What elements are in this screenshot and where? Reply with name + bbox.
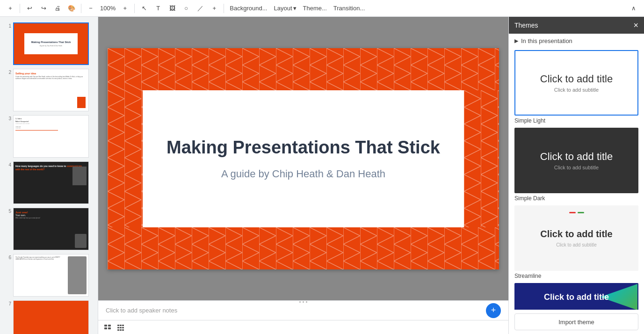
svg-rect-11 [108, 325, 111, 327]
slide-item-3[interactable]: 3 1. Intro Make it Unexpected Lorem ipsu… [0, 113, 98, 160]
svg-rect-17 [117, 327, 119, 328]
notes-drag-handle[interactable] [294, 301, 313, 303]
themes-section-header[interactable]: ▶ In this presentation [509, 34, 644, 48]
insert-button[interactable]: + [208, 2, 221, 15]
slide-canvas: Making Presentations That Stick A guide … [108, 48, 499, 269]
streamline-dot-green [578, 212, 584, 213]
undo-button[interactable]: ↩ [23, 2, 36, 15]
editor-area: Making Presentations That Stick A guide … [98, 17, 508, 334]
shape-button[interactable]: ○ [180, 2, 193, 15]
redo-button[interactable]: ↪ [37, 2, 50, 15]
theme-preview-streamline[interactable]: Click to add title Click to add subtitle [514, 205, 638, 271]
image-button[interactable]: 🖼 [166, 2, 179, 15]
print-button[interactable]: 🖨 [51, 2, 64, 15]
theme-name-streamline: Streamline [514, 273, 638, 279]
slide-list-view-button[interactable] [102, 323, 113, 332]
toolbar-divider-2 [81, 4, 81, 13]
slide-canvas-area[interactable]: Making Presentations That Stick A guide … [98, 17, 508, 300]
svg-rect-18 [120, 327, 122, 328]
theme-title-simple-dark: Click to add title [540, 151, 613, 163]
right-pattern-svg [464, 90, 499, 227]
themes-header: Themes × [509, 17, 644, 34]
zoom-in-button[interactable]: + [118, 2, 131, 15]
background-button[interactable]: Background... [227, 2, 270, 15]
section-label: In this presentation [521, 37, 572, 44]
slide-number-2: 2 [4, 69, 11, 75]
theme-card-simple-light[interactable]: Click to add title Click to add subtitle… [514, 50, 638, 124]
new-button[interactable]: + [4, 2, 17, 15]
slide-thumb-2[interactable]: Selling your idea Create the partnership… [13, 69, 89, 111]
slide-thumb-4[interactable]: How many languages do you need to know t… [13, 161, 89, 204]
line-button[interactable]: ／ [194, 2, 207, 15]
grid-icon [117, 324, 124, 331]
slide-thumb-6[interactable]: The Google Translate app can repeat anyt… [13, 254, 89, 297]
theme-preview-simple-light[interactable]: Click to add title Click to add subtitle [514, 50, 638, 116]
slide-subtitle: A guide by Chip Heath & Dan Heath [221, 168, 385, 180]
slide-number-4: 4 [4, 161, 11, 167]
theme-title-navy: Click to add title [544, 292, 609, 302]
cursor-button[interactable]: ↖ [137, 2, 151, 15]
slide-item-4[interactable]: 4 How many languages do you need to know… [0, 160, 98, 206]
theme-preview-navy[interactable]: Click to add title [514, 283, 638, 310]
toolbar-divider-4 [224, 4, 224, 13]
slide-panel: 1 Making Presentations That Stick A guid… [0, 17, 98, 334]
svg-rect-16 [122, 325, 124, 326]
theme-preview-simple-dark[interactable]: Click to add title Click to add subtitle [514, 128, 638, 193]
toolbar: + ↩ ↪ 🖨 🎨 − 100% + ↖ T 🖼 ○ ／ + Backgroun… [0, 0, 644, 17]
grid-view-button[interactable] [115, 323, 126, 332]
svg-rect-15 [120, 325, 122, 326]
slide-border-right [464, 90, 499, 227]
svg-rect-12 [104, 327, 107, 329]
slide-number-3: 3 [4, 115, 11, 121]
slide-item-5[interactable]: 5 Just one! Your own. With a little help… [0, 206, 98, 252]
svg-rect-9 [464, 90, 499, 227]
theme-card-navy[interactable]: Click to add title [514, 283, 638, 310]
svg-rect-21 [120, 329, 122, 331]
slide-item-1[interactable]: 1 Making Presentations That Stick A guid… [0, 21, 98, 67]
theme-button[interactable]: Theme... [300, 2, 330, 15]
svg-rect-20 [117, 329, 119, 331]
theme-subtitle-simple-light: Click to add subtitle [554, 87, 599, 93]
paint-button[interactable]: 🎨 [65, 2, 78, 15]
slide-list-icon [104, 324, 111, 331]
slide-title: Making Presentations That Stick [166, 137, 440, 159]
svg-rect-22 [122, 329, 124, 331]
layout-button[interactable]: Layout ▾ [271, 2, 299, 15]
slide-item-7[interactable]: 7 2. Examples [0, 298, 98, 334]
slide-number-6: 6 [4, 254, 11, 260]
slide-number-5: 5 [4, 208, 11, 214]
slide-item-2[interactable]: 2 Selling your idea Create the partnersh… [0, 67, 98, 113]
transition-button[interactable]: Transition... [331, 2, 368, 15]
slide-content: Making Presentations That Stick A guide … [143, 90, 464, 227]
slide-thumb-7[interactable]: 2. Examples [13, 300, 89, 334]
toolbar-divider-1 [20, 4, 20, 13]
svg-rect-19 [122, 327, 124, 328]
slide-thumb-5[interactable]: Just one! Your own. With a little help f… [13, 208, 89, 250]
zoom-out-button[interactable]: − [84, 2, 97, 15]
themes-title: Themes [514, 22, 538, 29]
themes-close-button[interactable]: × [633, 21, 638, 29]
slide-border-left [108, 90, 143, 227]
svg-rect-10 [104, 325, 107, 327]
slide-item-6[interactable]: 6 The Google Translate app can repeat an… [0, 252, 98, 298]
speaker-notes-placeholder[interactable]: Click to add speaker notes [106, 307, 177, 314]
speaker-notes-bar[interactable]: Click to add speaker notes + [98, 300, 508, 320]
slide-thumb-1[interactable]: Making Presentations That Stick A guide … [13, 22, 89, 65]
add-note-button[interactable]: + [486, 303, 501, 318]
bottom-pattern-svg [108, 227, 499, 269]
svg-rect-7 [108, 90, 143, 227]
svg-rect-2 [108, 48, 499, 90]
theme-name-simple-light: Simple Light [514, 117, 638, 124]
theme-card-streamline[interactable]: Click to add title Click to add subtitle… [514, 205, 638, 279]
slide-thumb-3[interactable]: 1. Intro Make it Unexpected Lorem ipsum … [13, 115, 89, 158]
slide-border-top [108, 48, 499, 90]
textbox-button[interactable]: T [152, 2, 165, 15]
theme-card-simple-dark[interactable]: Click to add title Click to add subtitle… [514, 128, 638, 202]
collapse-button[interactable]: ∧ [627, 2, 640, 15]
svg-rect-4 [108, 227, 499, 269]
import-theme-button[interactable]: Import theme [514, 313, 638, 330]
toolbar-divider-3 [134, 4, 135, 13]
themes-content: ▶ In this presentation Click to add titl… [509, 34, 644, 310]
left-pattern-svg [108, 90, 143, 227]
zoom-level-button[interactable]: 100% [98, 2, 117, 15]
